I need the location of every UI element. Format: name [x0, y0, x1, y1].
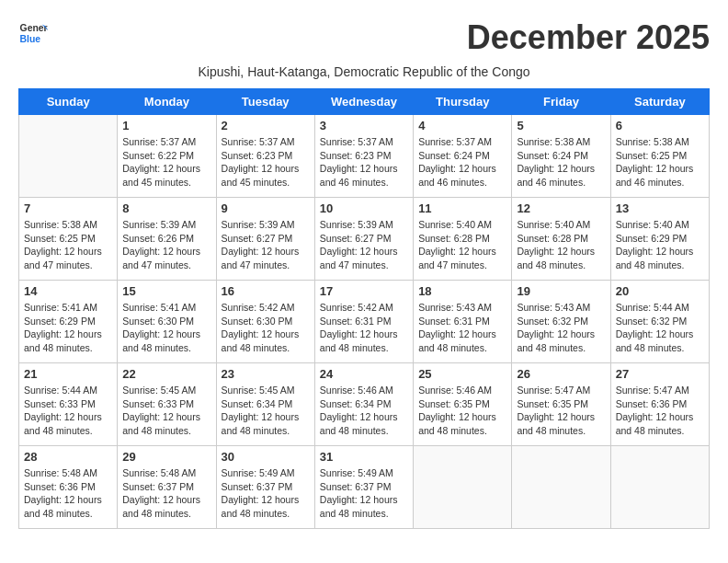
calendar-cell: 26 Sunrise: 5:47 AMSunset: 6:35 PMDaylig…	[512, 363, 610, 446]
day-number: 5	[517, 119, 605, 132]
day-number: 17	[320, 284, 408, 298]
calendar-cell: 24 Sunrise: 5:46 AMSunset: 6:34 PMDaylig…	[314, 363, 413, 446]
calendar-cell: 16 Sunrise: 5:42 AMSunset: 6:30 PMDaylig…	[216, 281, 314, 363]
cell-info: Sunrise: 5:39 AMSunset: 6:27 PMDaylight:…	[320, 218, 408, 272]
cell-info: Sunrise: 5:40 AMSunset: 6:28 PMDaylight:…	[418, 218, 506, 272]
calendar-cell: 2 Sunrise: 5:37 AMSunset: 6:23 PMDayligh…	[216, 115, 314, 198]
calendar-cell: 23 Sunrise: 5:45 AMSunset: 6:34 PMDaylig…	[216, 363, 314, 446]
day-number: 15	[122, 284, 210, 298]
calendar-cell	[19, 115, 118, 198]
calendar-cell: 12 Sunrise: 5:40 AMSunset: 6:28 PMDaylig…	[512, 198, 610, 281]
week-row-4: 21 Sunrise: 5:44 AMSunset: 6:33 PMDaylig…	[19, 363, 710, 446]
day-number: 12	[517, 201, 605, 215]
day-number: 16	[222, 284, 310, 298]
day-number: 8	[122, 201, 210, 215]
calendar-cell: 31 Sunrise: 5:49 AMSunset: 6:37 PMDaylig…	[314, 446, 413, 529]
day-number: 7	[24, 201, 112, 215]
day-header-monday: Monday	[118, 89, 216, 115]
calendar-cell: 28 Sunrise: 5:48 AMSunset: 6:36 PMDaylig…	[19, 446, 118, 529]
calendar-cell: 14 Sunrise: 5:41 AMSunset: 6:29 PMDaylig…	[19, 281, 118, 363]
day-header-sunday: Sunday	[19, 89, 118, 115]
cell-info: Sunrise: 5:37 AMSunset: 6:22 PMDaylight:…	[122, 135, 210, 190]
day-number: 21	[24, 367, 112, 381]
cell-info: Sunrise: 5:49 AMSunset: 6:37 PMDaylight:…	[222, 466, 310, 521]
calendar-cell: 7 Sunrise: 5:38 AMSunset: 6:25 PMDayligh…	[19, 198, 118, 281]
day-number: 1	[122, 119, 210, 132]
calendar-cell: 11 Sunrise: 5:40 AMSunset: 6:28 PMDaylig…	[414, 198, 512, 281]
week-row-3: 14 Sunrise: 5:41 AMSunset: 6:29 PMDaylig…	[19, 281, 710, 363]
day-number: 23	[222, 367, 310, 381]
month-title: December 2025	[467, 18, 710, 57]
day-number: 29	[122, 450, 210, 464]
calendar-cell: 30 Sunrise: 5:49 AMSunset: 6:37 PMDaylig…	[216, 446, 314, 529]
calendar-cell: 13 Sunrise: 5:40 AMSunset: 6:29 PMDaylig…	[610, 198, 709, 281]
day-number: 30	[222, 450, 310, 464]
day-number: 2	[222, 119, 310, 132]
day-number: 3	[320, 119, 408, 132]
day-number: 6	[616, 119, 704, 132]
subtitle: Kipushi, Haut-Katanga, Democratic Republ…	[18, 64, 710, 79]
week-row-5: 28 Sunrise: 5:48 AMSunset: 6:36 PMDaylig…	[19, 446, 710, 529]
cell-info: Sunrise: 5:47 AMSunset: 6:35 PMDaylight:…	[517, 384, 605, 438]
logo: General Blue	[18, 18, 48, 48]
calendar-cell: 21 Sunrise: 5:44 AMSunset: 6:33 PMDaylig…	[19, 363, 118, 446]
cell-info: Sunrise: 5:41 AMSunset: 6:30 PMDaylight:…	[122, 301, 210, 355]
calendar-cell: 15 Sunrise: 5:41 AMSunset: 6:30 PMDaylig…	[118, 281, 216, 363]
calendar-cell: 25 Sunrise: 5:46 AMSunset: 6:35 PMDaylig…	[414, 363, 512, 446]
calendar-cell	[414, 446, 512, 529]
calendar-cell: 19 Sunrise: 5:43 AMSunset: 6:32 PMDaylig…	[512, 281, 610, 363]
day-number: 10	[320, 201, 408, 215]
week-row-1: 1 Sunrise: 5:37 AMSunset: 6:22 PMDayligh…	[19, 115, 710, 198]
page-header: General Blue December 2025	[18, 18, 710, 57]
day-header-thursday: Thursday	[414, 89, 512, 115]
day-number: 9	[222, 201, 310, 215]
cell-info: Sunrise: 5:42 AMSunset: 6:30 PMDaylight:…	[222, 301, 310, 355]
logo-icon: General Blue	[18, 18, 48, 48]
cell-info: Sunrise: 5:45 AMSunset: 6:34 PMDaylight:…	[222, 384, 310, 438]
cell-info: Sunrise: 5:48 AMSunset: 6:36 PMDaylight:…	[24, 466, 112, 521]
calendar-cell	[610, 446, 709, 529]
day-number: 24	[320, 367, 408, 381]
svg-text:General: General	[20, 23, 48, 33]
cell-info: Sunrise: 5:38 AMSunset: 6:25 PMDaylight:…	[24, 218, 112, 272]
calendar-cell: 17 Sunrise: 5:42 AMSunset: 6:31 PMDaylig…	[314, 281, 413, 363]
cell-info: Sunrise: 5:45 AMSunset: 6:33 PMDaylight:…	[122, 384, 210, 438]
svg-text:Blue: Blue	[20, 34, 41, 44]
cell-info: Sunrise: 5:42 AMSunset: 6:31 PMDaylight:…	[320, 301, 408, 355]
cell-info: Sunrise: 5:38 AMSunset: 6:24 PMDaylight:…	[517, 135, 605, 190]
day-number: 26	[517, 367, 605, 381]
day-number: 20	[616, 284, 704, 298]
day-number: 22	[122, 367, 210, 381]
day-header-tuesday: Tuesday	[216, 89, 314, 115]
calendar-cell: 20 Sunrise: 5:44 AMSunset: 6:32 PMDaylig…	[610, 281, 709, 363]
calendar-cell: 5 Sunrise: 5:38 AMSunset: 6:24 PMDayligh…	[512, 115, 610, 198]
calendar-cell: 3 Sunrise: 5:37 AMSunset: 6:23 PMDayligh…	[314, 115, 413, 198]
cell-info: Sunrise: 5:40 AMSunset: 6:29 PMDaylight:…	[616, 218, 704, 272]
cell-info: Sunrise: 5:39 AMSunset: 6:26 PMDaylight:…	[122, 218, 210, 272]
cell-info: Sunrise: 5:37 AMSunset: 6:23 PMDaylight:…	[222, 135, 310, 190]
cell-info: Sunrise: 5:46 AMSunset: 6:34 PMDaylight:…	[320, 384, 408, 438]
calendar-cell: 10 Sunrise: 5:39 AMSunset: 6:27 PMDaylig…	[314, 198, 413, 281]
day-number: 31	[320, 450, 408, 464]
calendar-cell: 8 Sunrise: 5:39 AMSunset: 6:26 PMDayligh…	[118, 198, 216, 281]
day-number: 25	[418, 367, 506, 381]
calendar-cell: 18 Sunrise: 5:43 AMSunset: 6:31 PMDaylig…	[414, 281, 512, 363]
day-number: 13	[616, 201, 704, 215]
day-number: 19	[517, 284, 605, 298]
cell-info: Sunrise: 5:48 AMSunset: 6:37 PMDaylight:…	[122, 466, 210, 521]
cell-info: Sunrise: 5:47 AMSunset: 6:36 PMDaylight:…	[616, 384, 704, 438]
calendar-cell: 22 Sunrise: 5:45 AMSunset: 6:33 PMDaylig…	[118, 363, 216, 446]
day-number: 27	[616, 367, 704, 381]
day-number: 11	[418, 201, 506, 215]
day-number: 4	[418, 119, 506, 132]
cell-info: Sunrise: 5:49 AMSunset: 6:37 PMDaylight:…	[320, 466, 408, 521]
cell-info: Sunrise: 5:43 AMSunset: 6:31 PMDaylight:…	[418, 301, 506, 355]
cell-info: Sunrise: 5:44 AMSunset: 6:33 PMDaylight:…	[24, 384, 112, 438]
day-header-friday: Friday	[512, 89, 610, 115]
calendar-cell	[512, 446, 610, 529]
cell-info: Sunrise: 5:37 AMSunset: 6:24 PMDaylight:…	[418, 135, 506, 190]
cell-info: Sunrise: 5:38 AMSunset: 6:25 PMDaylight:…	[616, 135, 704, 190]
cell-info: Sunrise: 5:44 AMSunset: 6:32 PMDaylight:…	[616, 301, 704, 355]
cell-info: Sunrise: 5:43 AMSunset: 6:32 PMDaylight:…	[517, 301, 605, 355]
day-number: 28	[24, 450, 112, 464]
